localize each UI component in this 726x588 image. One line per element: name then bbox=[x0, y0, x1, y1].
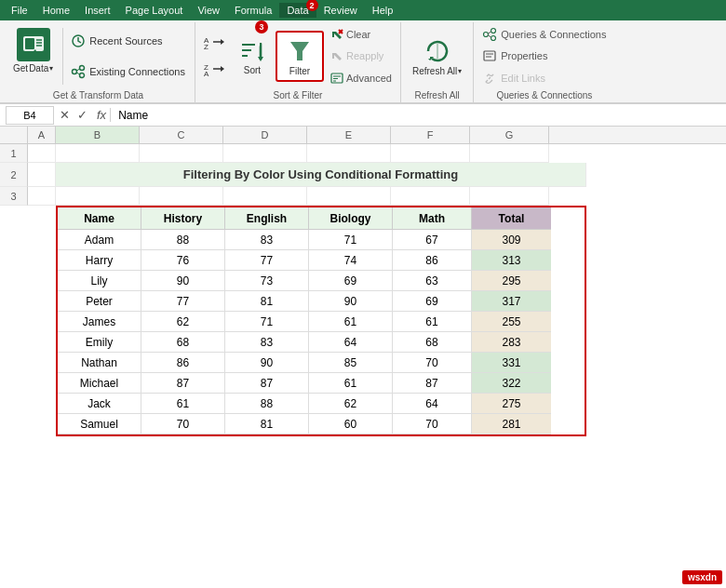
col-header-a[interactable]: A bbox=[28, 127, 56, 143]
cell-biology[interactable]: 61 bbox=[309, 312, 393, 332]
cell-english[interactable]: 77 bbox=[225, 250, 309, 271]
cell-b1[interactable] bbox=[56, 144, 140, 163]
cell-math[interactable]: 86 bbox=[393, 250, 472, 271]
cell-history[interactable]: 61 bbox=[141, 394, 225, 414]
cell-history[interactable]: 68 bbox=[141, 332, 225, 353]
menu-file[interactable]: File bbox=[4, 3, 35, 18]
cell-math[interactable]: 70 bbox=[393, 353, 472, 373]
cell-biology[interactable]: 60 bbox=[309, 414, 393, 434]
recent-sources-button[interactable]: Recent Sources bbox=[67, 32, 189, 50]
cell-biology[interactable]: 69 bbox=[309, 271, 393, 291]
refresh-all-button[interactable]: Refresh All ▾ bbox=[407, 33, 467, 80]
cell-name[interactable]: Emily bbox=[58, 332, 141, 353]
menu-data[interactable]: Data 2 bbox=[279, 3, 316, 18]
menu-insert[interactable]: Insert bbox=[77, 3, 118, 18]
menu-home[interactable]: Home bbox=[35, 3, 77, 18]
col-header-d[interactable]: D bbox=[223, 127, 307, 143]
cell-history[interactable]: 87 bbox=[141, 373, 225, 394]
cell-english[interactable]: 71 bbox=[225, 312, 309, 332]
col-header-c[interactable]: C bbox=[140, 127, 223, 143]
get-data-button[interactable]: Get Data ▾ bbox=[7, 24, 59, 88]
cell-total[interactable]: 313 bbox=[472, 250, 551, 271]
cell-math[interactable]: 61 bbox=[393, 312, 472, 332]
cell-history[interactable]: 90 bbox=[141, 271, 225, 291]
col-header-f[interactable]: F bbox=[391, 127, 470, 143]
cell-biology[interactable]: 71 bbox=[309, 230, 393, 250]
cell-name[interactable]: Adam bbox=[58, 230, 141, 250]
cell-english[interactable]: 83 bbox=[225, 332, 309, 353]
cell-name[interactable]: Jack bbox=[58, 394, 141, 414]
cell-biology[interactable]: 62 bbox=[309, 394, 393, 414]
col-header-g[interactable]: G bbox=[470, 127, 549, 143]
menu-help[interactable]: Help bbox=[365, 3, 401, 18]
reapply-button[interactable]: Reapply bbox=[328, 47, 395, 64]
cell-history[interactable]: 88 bbox=[141, 230, 225, 250]
properties-button[interactable]: Properties bbox=[479, 47, 609, 65]
cell-total[interactable]: 295 bbox=[472, 271, 551, 291]
cell-math[interactable]: 87 bbox=[393, 373, 472, 394]
cell-name[interactable]: Harry bbox=[58, 250, 141, 271]
cell-biology[interactable]: 90 bbox=[309, 291, 393, 312]
cell-total[interactable]: 331 bbox=[472, 353, 551, 373]
cell-total[interactable]: 275 bbox=[472, 394, 551, 414]
cell-english[interactable]: 81 bbox=[225, 291, 309, 312]
cell-d1[interactable] bbox=[223, 144, 307, 163]
cell-math[interactable]: 68 bbox=[393, 332, 472, 353]
formula-input[interactable] bbox=[118, 106, 720, 125]
sort-button[interactable]: Sort 3 bbox=[233, 33, 272, 79]
cell-biology[interactable]: 85 bbox=[309, 353, 393, 373]
col-header-e[interactable]: E bbox=[307, 127, 391, 143]
sort-az-button[interactable]: A Z bbox=[201, 31, 229, 56]
cell-g1[interactable] bbox=[470, 144, 549, 163]
cell-c1[interactable] bbox=[140, 144, 223, 163]
cell-math[interactable]: 64 bbox=[393, 394, 472, 414]
cell-math[interactable]: 69 bbox=[393, 291, 472, 312]
cell-english[interactable]: 88 bbox=[225, 394, 309, 414]
cell-english[interactable]: 90 bbox=[225, 353, 309, 373]
col-header-b[interactable]: B bbox=[56, 127, 140, 143]
cell-english[interactable]: 81 bbox=[225, 414, 309, 434]
menu-formula[interactable]: Formula bbox=[227, 3, 279, 18]
cell-history[interactable]: 76 bbox=[141, 250, 225, 271]
cell-total[interactable]: 322 bbox=[472, 373, 551, 394]
cell-name[interactable]: Peter bbox=[58, 291, 141, 312]
cell-history[interactable]: 62 bbox=[141, 312, 225, 332]
cell-f1[interactable] bbox=[391, 144, 470, 163]
cell-name[interactable]: Michael bbox=[58, 373, 141, 394]
cell-a2[interactable] bbox=[28, 163, 56, 187]
cell-a1[interactable] bbox=[28, 144, 56, 163]
cell-math[interactable]: 67 bbox=[393, 230, 472, 250]
cell-name[interactable]: Nathan bbox=[58, 353, 141, 373]
cell-history[interactable]: 70 bbox=[141, 414, 225, 434]
cell-biology[interactable]: 61 bbox=[309, 373, 393, 394]
clear-button[interactable]: Clear bbox=[328, 26, 395, 43]
filter-button[interactable]: Filter bbox=[276, 31, 324, 82]
menu-page-layout[interactable]: Page Layout bbox=[118, 3, 191, 18]
existing-connections-button[interactable]: Existing Connections bbox=[67, 62, 189, 81]
cell-total[interactable]: 283 bbox=[472, 332, 551, 353]
cell-math[interactable]: 63 bbox=[393, 271, 472, 291]
cell-total[interactable]: 309 bbox=[472, 230, 551, 250]
menu-review[interactable]: Review bbox=[316, 3, 365, 18]
edit-links-button[interactable]: Edit Links bbox=[479, 69, 609, 87]
cell-biology[interactable]: 74 bbox=[309, 250, 393, 271]
cell-english[interactable]: 87 bbox=[225, 373, 309, 394]
cell-e1[interactable] bbox=[307, 144, 391, 163]
cell-total[interactable]: 255 bbox=[472, 312, 551, 332]
cell-total[interactable]: 281 bbox=[472, 414, 551, 434]
advanced-button[interactable]: Advanced bbox=[328, 70, 395, 87]
sort-za-button[interactable]: Z A bbox=[201, 58, 229, 83]
cell-history[interactable]: 77 bbox=[141, 291, 225, 312]
cell-name[interactable]: Samuel bbox=[58, 414, 141, 434]
cell-biology[interactable]: 64 bbox=[309, 332, 393, 353]
cell-reference-box[interactable]: B4 bbox=[6, 106, 54, 125]
cell-math[interactable]: 70 bbox=[393, 414, 472, 434]
cell-name[interactable]: James bbox=[58, 312, 141, 332]
cell-total[interactable]: 317 bbox=[472, 291, 551, 312]
cell-name[interactable]: Lily bbox=[58, 271, 141, 291]
menu-view[interactable]: View bbox=[190, 3, 227, 18]
queries-connections-button[interactable]: Queries & Connections bbox=[479, 25, 609, 44]
cell-english[interactable]: 73 bbox=[225, 271, 309, 291]
cell-english[interactable]: 83 bbox=[225, 230, 309, 250]
cell-history[interactable]: 86 bbox=[141, 353, 225, 373]
